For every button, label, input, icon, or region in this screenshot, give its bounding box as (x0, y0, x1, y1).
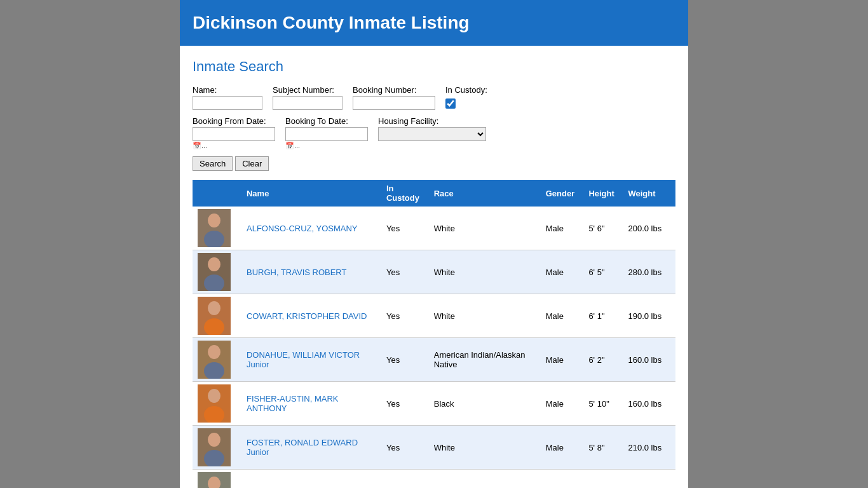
name-field: Name: (193, 85, 262, 110)
svg-point-4 (208, 257, 220, 271)
search-button[interactable]: Search (193, 156, 233, 171)
inmate-photo (198, 297, 231, 335)
table-row: GARRETT, MICHAEL WARRENYesWhiteMale5' 9"… (193, 470, 675, 489)
col-photo (193, 180, 241, 207)
inmate-photo (198, 253, 231, 291)
name-cell: DONAHUE, WILLIAM VICTOR Junior (241, 338, 381, 382)
booking-from-input[interactable] (193, 127, 275, 141)
col-height: Height (583, 180, 623, 207)
height-cell: 5' 6" (583, 207, 623, 250)
name-cell: BURGH, TRAVIS ROBERT (241, 250, 381, 294)
photo-cell (193, 250, 241, 294)
photo-cell (193, 294, 241, 338)
custody-cell: Yes (381, 207, 429, 250)
weight-cell: 280.0 lbs (623, 250, 675, 294)
height-cell: 5' 10" (583, 382, 623, 426)
svg-point-1 (208, 214, 220, 227)
calendar-from-icon[interactable]: 📅... (193, 142, 275, 150)
inmate-name-link[interactable]: DONAHUE, WILLIAM VICTOR Junior (247, 350, 360, 369)
name-label: Name: (193, 85, 262, 95)
weight-cell: 200.0 lbs (623, 207, 675, 250)
inmate-photo (198, 341, 231, 379)
inmate-photo (198, 472, 231, 488)
svg-point-13 (208, 389, 220, 403)
booking-to-field: Booking To Date: 📅... (285, 116, 368, 150)
table-row: COWART, KRISTOPHER DAVIDYesWhiteMale6' 1… (193, 294, 675, 338)
subject-field: Subject Number: (273, 85, 342, 110)
button-row: Search Clear (193, 156, 675, 171)
inmate-name-link[interactable]: COWART, KRISTOPHER DAVID (247, 311, 367, 321)
clear-button[interactable]: Clear (235, 156, 269, 171)
col-race: Race (429, 180, 541, 207)
booking-field: Booking Number: (353, 85, 435, 110)
in-custody-label: In Custody: (445, 85, 487, 95)
race-cell: White (429, 294, 541, 338)
custody-cell: Yes (381, 382, 429, 426)
photo-cell (193, 382, 241, 426)
housing-label: Housing Facility: (378, 116, 486, 126)
race-cell: Black (429, 382, 541, 426)
calendar-to-icon[interactable]: 📅... (285, 142, 368, 150)
photo-cell (193, 207, 241, 250)
col-weight: Weight (623, 180, 675, 207)
height-cell: 6' 2" (583, 338, 623, 382)
booking-from-label: Booking From Date: (193, 116, 275, 126)
inmate-photo (198, 384, 231, 423)
svg-point-16 (208, 433, 220, 447)
booking-input[interactable] (353, 96, 435, 110)
custody-cell: Yes (381, 338, 429, 382)
photo-cell (193, 426, 241, 470)
race-cell: White (429, 250, 541, 294)
race-cell: American Indian/Alaskan Native (429, 338, 541, 382)
col-gender: Gender (541, 180, 584, 207)
search-form: Name: Subject Number: Booking Number: In… (193, 85, 675, 171)
custody-cell: Yes (381, 294, 429, 338)
name-cell: FOSTER, RONALD EDWARD Junior (241, 426, 381, 470)
gender-cell: Male (541, 207, 584, 250)
col-name: Name (241, 180, 381, 207)
inmate-photo (198, 209, 231, 247)
in-custody-field: In Custody: (445, 85, 487, 109)
name-cell: COWART, KRISTOPHER DAVID (241, 294, 381, 338)
race-cell: White (429, 207, 541, 250)
svg-point-7 (208, 301, 220, 315)
photo-cell (193, 338, 241, 382)
subject-label: Subject Number: (273, 85, 342, 95)
custody-cell: Yes (381, 426, 429, 470)
booking-to-input[interactable] (285, 127, 368, 141)
weight-cell: 160.0 lbs (623, 338, 675, 382)
table-row: BURGH, TRAVIS ROBERTYesWhiteMale6' 5"280… (193, 250, 675, 294)
inmate-table: Name In Custody Race Gender Height Weigh… (193, 180, 675, 488)
name-input[interactable] (193, 96, 262, 110)
gender-cell: Male (541, 470, 584, 489)
weight-cell: 160.0 lbs (623, 470, 675, 489)
housing-select[interactable] (378, 127, 486, 141)
gender-cell: Male (541, 294, 584, 338)
col-custody: In Custody (381, 180, 429, 207)
inmate-name-link[interactable]: FOSTER, RONALD EDWARD Junior (247, 438, 358, 457)
race-cell: White (429, 426, 541, 470)
booking-label: Booking Number: (353, 85, 435, 95)
in-custody-checkbox[interactable] (445, 98, 456, 109)
custody-cell: Yes (381, 250, 429, 294)
name-cell: ALFONSO-CRUZ, YOSMANY (241, 207, 381, 250)
weight-cell: 210.0 lbs (623, 426, 675, 470)
table-row: FISHER-AUSTIN, MARK ANTHONYYesBlackMale5… (193, 382, 675, 426)
race-cell: White (429, 470, 541, 489)
height-cell: 6' 1" (583, 294, 623, 338)
inmate-name-link[interactable]: BURGH, TRAVIS ROBERT (247, 268, 346, 277)
name-cell: FISHER-AUSTIN, MARK ANTHONY (241, 382, 381, 426)
gender-cell: Male (541, 250, 584, 294)
inmate-photo (198, 428, 231, 466)
table-row: FOSTER, RONALD EDWARD JuniorYesWhiteMale… (193, 426, 675, 470)
custody-cell: Yes (381, 470, 429, 489)
subject-input[interactable] (273, 96, 342, 110)
inmate-name-link[interactable]: FISHER-AUSTIN, MARK ANTHONY (247, 394, 338, 413)
section-title: Inmate Search (193, 58, 675, 75)
height-cell: 5' 8" (583, 426, 623, 470)
gender-cell: Male (541, 426, 584, 470)
inmate-name-link[interactable]: ALFONSO-CRUZ, YOSMANY (247, 224, 358, 233)
height-cell: 6' 5" (583, 250, 623, 294)
photo-cell (193, 470, 241, 489)
table-row: DONAHUE, WILLIAM VICTOR JuniorYesAmerica… (193, 338, 675, 382)
